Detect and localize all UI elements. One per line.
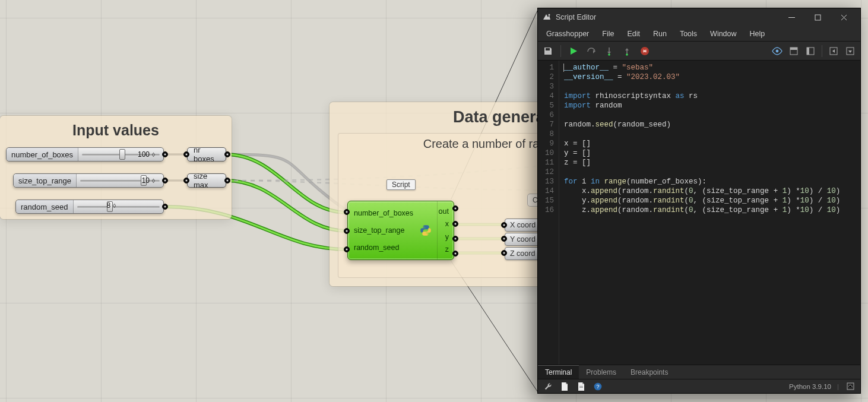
step-out-icon[interactable] <box>620 45 633 58</box>
script-output-y[interactable]: y <box>445 231 449 243</box>
script-input-random-seed[interactable]: random_seed <box>354 242 433 254</box>
window-maximize-button[interactable] <box>804 8 831 26</box>
point-component[interactable]: X coord Y coord Z coord <box>505 219 541 260</box>
status-file-icon[interactable] <box>559 381 570 392</box>
toggle-sidebar-icon[interactable] <box>804 45 817 58</box>
window-title: Script Editor <box>556 13 596 21</box>
save-icon[interactable] <box>541 45 555 58</box>
script-editor-window[interactable]: Script Editor Grasshopper File Edit Run … <box>537 8 861 394</box>
slider-size-top-range-label: size_top_range <box>14 174 77 187</box>
port-in[interactable] <box>501 250 507 256</box>
status-expand-icon[interactable] <box>845 381 856 392</box>
code-editor[interactable]: 12345678910111213141516 __author__ = "se… <box>538 61 860 365</box>
slider-random-seed-value: 8 <box>107 201 119 210</box>
status-bar: ? Python 3.9.10 | <box>538 379 860 393</box>
slider-handle[interactable] <box>119 149 125 160</box>
grasshopper-canvas[interactable]: Input values Data generation Create a nu… <box>0 0 868 402</box>
slider-number-of-boxes[interactable]: number_of_boxes 100 <box>6 147 164 162</box>
menu-grasshopper[interactable]: Grasshopper <box>540 28 595 40</box>
slider-size-top-range-value: 10 <box>142 176 157 185</box>
point-x-label[interactable]: X coord <box>505 219 541 232</box>
tab-terminal[interactable]: Terminal <box>538 365 579 379</box>
port-out[interactable] <box>224 178 230 183</box>
status-file2-icon[interactable] <box>576 381 587 392</box>
line-gutter: 12345678910111213141516 <box>538 61 559 365</box>
step-over-icon[interactable] <box>585 45 598 58</box>
status-help-icon[interactable]: ? <box>593 381 603 392</box>
status-python-version[interactable]: Python 3.9.10 <box>789 383 831 390</box>
slider-random-seed-label: random_seed <box>16 200 74 213</box>
port-out[interactable] <box>452 205 458 211</box>
step-in-icon[interactable] <box>603 45 616 58</box>
port-out[interactable] <box>452 251 458 257</box>
port-in[interactable] <box>344 209 350 215</box>
port-out[interactable] <box>224 151 230 157</box>
bottom-panel-tabs: Terminal Problems Breakpoints <box>538 365 860 379</box>
menu-window[interactable]: Window <box>704 28 742 40</box>
window-minimize-button[interactable] <box>778 8 804 26</box>
param-size-max[interactable]: size max <box>187 173 226 188</box>
slider-random-seed[interactable]: random_seed 8 <box>15 200 164 214</box>
titlebar[interactable]: Script Editor <box>538 8 860 26</box>
tab-problems[interactable]: Problems <box>579 365 623 379</box>
script-output-x[interactable]: x <box>445 218 449 230</box>
menu-run[interactable]: Run <box>647 28 673 40</box>
menu-edit[interactable]: Edit <box>621 28 646 40</box>
svg-rect-20 <box>579 387 583 388</box>
svg-point-10 <box>776 49 779 52</box>
port-out[interactable] <box>162 178 168 183</box>
group-input-values-title: Input values <box>0 116 232 140</box>
port-in[interactable] <box>183 151 189 157</box>
app-icon <box>541 12 552 23</box>
svg-marker-7 <box>625 48 629 50</box>
svg-rect-2 <box>815 15 821 20</box>
svg-rect-14 <box>807 48 809 55</box>
tab-breakpoints[interactable]: Breakpoints <box>623 365 675 379</box>
svg-point-0 <box>549 14 550 16</box>
slider-number-of-boxes-label: number_of_boxes <box>7 148 78 161</box>
port-in[interactable] <box>344 228 350 234</box>
separator <box>822 45 822 57</box>
slider-number-of-boxes-value: 100 <box>138 150 157 159</box>
svg-point-6 <box>608 53 610 56</box>
port-out[interactable] <box>162 204 168 210</box>
svg-rect-12 <box>790 48 797 50</box>
menu-help[interactable]: Help <box>744 28 771 40</box>
stop-icon[interactable] <box>638 45 651 58</box>
python-script-component[interactable]: number_of_boxes size_top_range random_se… <box>347 201 454 260</box>
param-nr-boxes[interactable]: nr boxes <box>187 147 226 162</box>
collapse-bottom-icon[interactable] <box>844 45 857 58</box>
port-in[interactable] <box>183 178 189 183</box>
status-wrench-icon[interactable] <box>543 381 553 392</box>
svg-rect-19 <box>579 386 583 387</box>
port-out[interactable] <box>452 221 458 227</box>
port-out[interactable] <box>452 236 458 242</box>
toggle-panel-icon[interactable] <box>787 45 800 58</box>
slider-track <box>77 206 160 208</box>
component-label-script: Script <box>387 179 416 190</box>
port-out[interactable] <box>162 151 168 157</box>
svg-marker-3 <box>571 48 577 55</box>
menu-bar: Grasshopper File Edit Run Tools Window H… <box>538 26 860 42</box>
window-close-button[interactable] <box>831 8 857 26</box>
run-icon[interactable] <box>567 45 580 58</box>
python-icon <box>419 224 432 236</box>
preview-icon[interactable] <box>771 45 784 58</box>
svg-marker-18 <box>848 50 852 53</box>
menu-tools[interactable]: Tools <box>674 28 703 40</box>
menu-file[interactable]: File <box>596 28 620 40</box>
port-in[interactable] <box>501 222 507 228</box>
script-output-out[interactable]: out <box>439 205 449 217</box>
code-source[interactable]: __author__ = "sebas"__version__ = "2023.… <box>559 61 860 365</box>
collapse-left-icon[interactable] <box>827 45 840 58</box>
toolbar <box>538 42 860 61</box>
separator <box>560 45 561 57</box>
script-output-z[interactable]: z <box>445 243 449 255</box>
point-y-label[interactable]: Y coord <box>505 233 541 246</box>
port-in[interactable] <box>501 236 507 242</box>
slider-size-top-range[interactable]: size_top_range 10 <box>13 173 164 188</box>
svg-rect-1 <box>788 17 795 18</box>
port-in[interactable] <box>344 246 350 252</box>
script-input-number-of-boxes[interactable]: number_of_boxes <box>354 207 433 219</box>
point-z-label[interactable]: Z coord <box>505 247 541 260</box>
